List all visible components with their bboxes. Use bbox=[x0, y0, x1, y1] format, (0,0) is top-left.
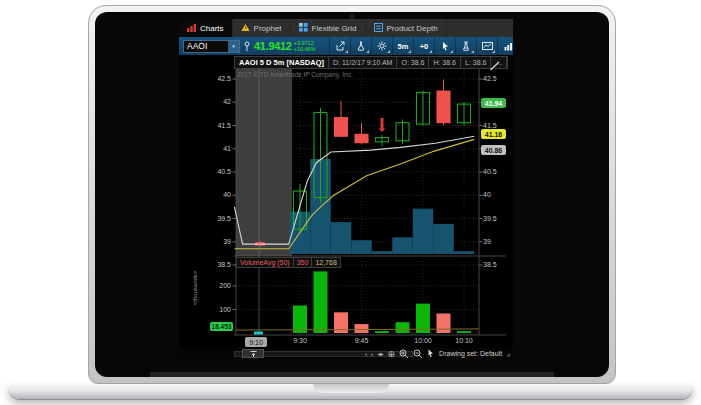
volume-avg-label[interactable]: VolumeAvg (50) bbox=[236, 257, 294, 268]
chart-bottom-bar: ◂ ▸ ◂▸ ⊕ Drawing set: Default bbox=[179, 348, 513, 359]
volume-avg-length: 350 bbox=[294, 257, 313, 268]
price-change: +3.9712 +10.46% bbox=[294, 40, 316, 52]
price-axis-label-left: 40.5 bbox=[208, 168, 231, 176]
screen-glass: Charts Prophet Flexible Grid bbox=[95, 12, 609, 377]
last-price-badge: 41.94 bbox=[481, 98, 506, 108]
price-axis-label-left: 40 bbox=[208, 191, 231, 199]
ohlc-date: D: 11/2/17 9:10 AM bbox=[329, 57, 397, 68]
laptop-base bbox=[8, 384, 693, 399]
price-axis-label-right: 38.5 bbox=[483, 261, 509, 269]
studies-flask-icon[interactable] bbox=[350, 37, 371, 55]
ohlc-open: O: 38.6 bbox=[397, 57, 429, 68]
zoom-out-icon[interactable] bbox=[413, 349, 423, 359]
collapse-panel-icon bbox=[249, 350, 258, 358]
tab-label: Prophet bbox=[254, 24, 282, 33]
volume-axis-unit-label: <thousands> bbox=[192, 256, 198, 320]
ohlc-low: L: 38.6 bbox=[461, 57, 491, 68]
resize-corner-icon: ◢ bbox=[506, 351, 510, 357]
price-axis-label-right: 40 bbox=[483, 191, 509, 199]
price-pane-volume-bar bbox=[454, 251, 475, 254]
tab-label: Charts bbox=[200, 24, 224, 33]
timeframe-dropdown[interactable]: 5m bbox=[392, 37, 413, 55]
charts-icon bbox=[187, 23, 196, 34]
volume-axis-label: 100 bbox=[208, 306, 231, 314]
premarket-shade bbox=[236, 63, 292, 256]
volume-bar bbox=[355, 324, 369, 333]
symbol-dropdown-button[interactable]: ▾ bbox=[228, 41, 239, 52]
settings-gear-icon[interactable] bbox=[371, 37, 392, 55]
price-axis-label-left: 38.5 bbox=[208, 261, 231, 269]
mini-chart-icon[interactable] bbox=[497, 37, 513, 55]
price-axis-label-left: 39 bbox=[208, 238, 231, 246]
share-icon[interactable] bbox=[329, 37, 350, 55]
time-axis-label: 10:00 bbox=[411, 337, 435, 345]
volume-bar bbox=[375, 331, 389, 333]
price-axis-label-right: 42.5 bbox=[483, 75, 509, 83]
symbol-input[interactable]: AAOI ▾ bbox=[183, 40, 240, 53]
pointer-tool-icon[interactable] bbox=[427, 349, 435, 358]
expand-horizontal-icon[interactable]: ◂▸ bbox=[378, 350, 384, 357]
tab-product-depth[interactable]: Product Depth bbox=[366, 19, 447, 37]
aggregation-dropdown[interactable]: +0 bbox=[413, 37, 434, 55]
volume-study-header: VolumeAvg (50) 350 12,768 bbox=[236, 257, 341, 268]
time-axis-label: 9:45 bbox=[350, 337, 374, 345]
toolbar-icons: 5m +0 bbox=[329, 37, 513, 55]
tab-charts[interactable]: Charts bbox=[179, 19, 233, 37]
price-axis-label-left: 41 bbox=[208, 145, 231, 153]
price-pane-volume-bar bbox=[372, 251, 393, 254]
volume-avg-badge: 18.453 bbox=[210, 322, 233, 331]
time-axis-label: 9:30 bbox=[288, 337, 312, 345]
bottom-bar-icons: ◂ ▸ ◂▸ ⊕ Drawing set: Default bbox=[365, 348, 511, 359]
cursor-pointer-icon[interactable] bbox=[434, 37, 455, 55]
price-axis-label-right: 39.5 bbox=[483, 215, 509, 223]
candle-body bbox=[355, 134, 368, 142]
volume-bar bbox=[437, 313, 451, 333]
crosshair-time-badge: 9:10 bbox=[245, 337, 267, 347]
price-pane-volume-bar bbox=[413, 209, 434, 254]
drawing-set-menu[interactable]: Drawing set: Default bbox=[439, 350, 502, 357]
grid-icon bbox=[299, 23, 308, 34]
warning-triangle-icon bbox=[241, 23, 250, 34]
laptop-screen: Charts Prophet Flexible Grid bbox=[88, 5, 616, 384]
laptop-notch bbox=[313, 384, 389, 393]
price-axis-label-left: 42 bbox=[208, 98, 231, 106]
pan-right-icon[interactable]: ▸ bbox=[371, 351, 374, 357]
ma-price-badge-gray: 40.86 bbox=[481, 145, 506, 155]
volume-bar bbox=[293, 306, 307, 333]
price-axis-label-right: 40.5 bbox=[483, 168, 509, 176]
price-axis-label-left: 39.5 bbox=[208, 215, 231, 223]
volume-bar bbox=[396, 322, 410, 333]
draw-pencil-icon[interactable] bbox=[489, 57, 501, 75]
symbol-value: AAOI bbox=[184, 41, 228, 52]
volume-bar bbox=[416, 304, 430, 333]
ma-price-badge-yellow: 41.16 bbox=[481, 129, 506, 139]
symbol-link-icon[interactable] bbox=[243, 41, 251, 52]
volume-bar bbox=[314, 271, 328, 333]
price-axis-label-right: 39 bbox=[483, 238, 509, 246]
volume-axis-label: 200 bbox=[208, 282, 231, 290]
candle-body bbox=[437, 91, 450, 123]
tab-label: Flexible Grid bbox=[312, 24, 357, 33]
chart-toolbar: AAOI ▾ 41.9412 +3.9712 +10.46% bbox=[179, 37, 513, 55]
zoom-in-icon[interactable] bbox=[399, 349, 409, 359]
price-pane-volume-bar bbox=[351, 240, 372, 254]
tools-flask-icon[interactable] bbox=[455, 37, 476, 55]
time-axis-label: 10:10 bbox=[452, 337, 476, 345]
crosshair-center-icon[interactable]: ⊕ bbox=[388, 349, 396, 359]
scrollbar-thumb[interactable] bbox=[242, 349, 264, 358]
price-axis-label-left: 41.5 bbox=[208, 122, 231, 130]
laptop-hinge bbox=[150, 372, 554, 377]
volume-avg-value: 12,768 bbox=[312, 257, 340, 268]
ohlc-high: H: 38.6 bbox=[429, 57, 461, 68]
pan-left-icon[interactable]: ◂ bbox=[365, 351, 368, 357]
copyright-text: 2017 © TD Ameritrade IP Company, Inc. bbox=[237, 71, 353, 78]
last-price: 41.9412 bbox=[254, 40, 292, 52]
tab-label: Product Depth bbox=[387, 24, 438, 33]
depth-icon bbox=[374, 23, 383, 34]
pattern-chart-icon[interactable] bbox=[476, 37, 497, 55]
tab-prophet[interactable]: Prophet bbox=[233, 19, 291, 37]
tab-bar: Charts Prophet Flexible Grid bbox=[179, 19, 513, 37]
tab-flexible-grid[interactable]: Flexible Grid bbox=[291, 19, 366, 37]
price-pane-volume-bar bbox=[331, 222, 352, 254]
price-pane-volume-bar bbox=[433, 224, 454, 254]
